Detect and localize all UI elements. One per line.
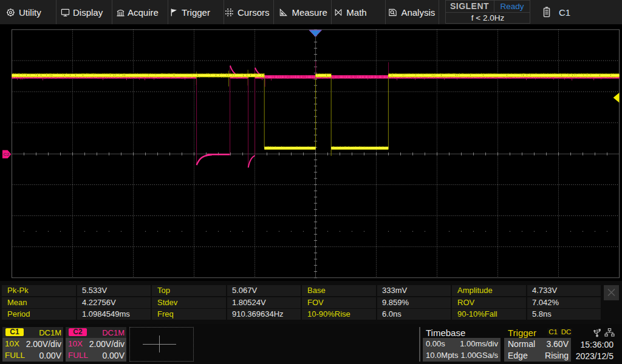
svg-text:C2: C2 <box>3 152 10 157</box>
